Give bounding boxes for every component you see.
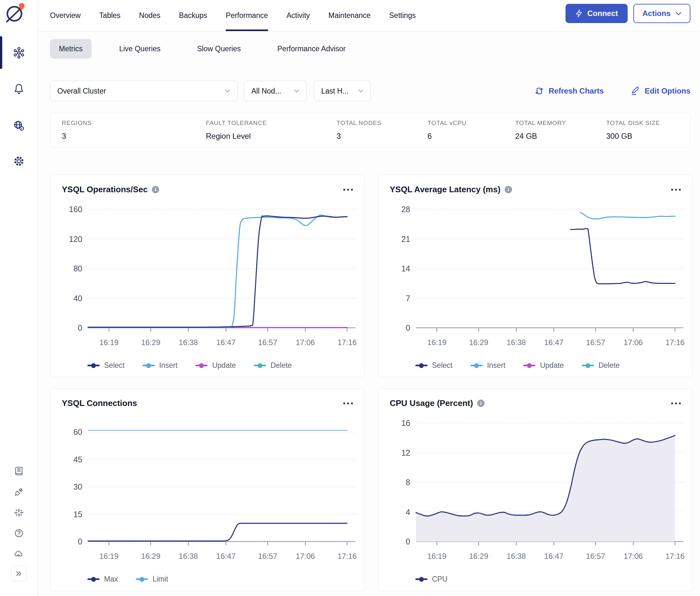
subtab-performance-advisor[interactable]: Performance Advisor bbox=[268, 39, 355, 59]
connect-button[interactable]: Connect bbox=[566, 4, 628, 23]
svg-text:16:29: 16:29 bbox=[141, 552, 160, 561]
legend-item-update[interactable]: Update bbox=[195, 361, 236, 370]
chart-menu-button[interactable] bbox=[341, 187, 355, 193]
notifications-bell-icon[interactable] bbox=[12, 82, 26, 96]
svg-text:28: 28 bbox=[401, 205, 410, 214]
refresh-charts-button[interactable]: Refresh Charts bbox=[535, 86, 604, 96]
svg-text:12: 12 bbox=[401, 448, 410, 457]
chart-title: YSQL Average Latency (ms) bbox=[390, 184, 500, 195]
legend-item-select[interactable]: Select bbox=[87, 361, 125, 370]
chart-menu-button[interactable] bbox=[669, 187, 683, 193]
subtab-live-queries[interactable]: Live Queries bbox=[110, 39, 170, 59]
performance-page: Metrics Live Queries Slow Queries Perfor… bbox=[38, 31, 700, 596]
nodes-select[interactable]: All Nod... bbox=[244, 81, 307, 101]
actions-button[interactable]: Actions bbox=[633, 4, 691, 23]
tab-tables[interactable]: Tables bbox=[99, 0, 121, 31]
legend-item-delete[interactable]: Delete bbox=[254, 361, 292, 370]
settings-gear-icon[interactable] bbox=[12, 154, 26, 168]
stat-total-disk-size: TOTAL DISK SIZE300 GB bbox=[606, 120, 660, 147]
svg-text:16:47: 16:47 bbox=[544, 552, 564, 561]
cloud-status-icon[interactable] bbox=[12, 547, 26, 561]
refresh-icon bbox=[535, 86, 544, 96]
legend-item-delete[interactable]: Delete bbox=[582, 361, 620, 370]
chevron-down-icon bbox=[676, 12, 681, 16]
chart-legend: SelectInsertUpdateDelete bbox=[87, 361, 364, 370]
svg-text:0: 0 bbox=[406, 323, 410, 332]
chart-legend: MaxLimit bbox=[87, 575, 364, 583]
svg-text:16: 16 bbox=[401, 419, 410, 427]
svg-text:16:57: 16:57 bbox=[258, 552, 277, 561]
svg-text:16:38: 16:38 bbox=[179, 552, 198, 561]
subtab-slow-queries[interactable]: Slow Queries bbox=[188, 39, 250, 59]
info-icon[interactable]: i bbox=[477, 400, 485, 407]
svg-text:16:47: 16:47 bbox=[544, 338, 564, 347]
tab-activity[interactable]: Activity bbox=[287, 0, 310, 31]
cluster-stats-bar: REGIONS3 FAULT TOLERANCERegion Level TOT… bbox=[50, 113, 691, 147]
legend-item-max[interactable]: Max bbox=[87, 575, 118, 583]
docs-book-icon[interactable] bbox=[12, 464, 26, 478]
active-nav-indicator bbox=[0, 36, 2, 69]
svg-text:16:57: 16:57 bbox=[586, 552, 605, 561]
tab-backups[interactable]: Backups bbox=[179, 0, 207, 31]
legend-item-cpu[interactable]: CPU bbox=[415, 575, 448, 583]
cluster-select[interactable]: Overall Cluster bbox=[50, 81, 238, 101]
legend-item-select[interactable]: Select bbox=[415, 361, 452, 370]
help-icon[interactable] bbox=[12, 526, 26, 540]
svg-text:16:38: 16:38 bbox=[507, 552, 526, 561]
chart-menu-button[interactable] bbox=[341, 400, 355, 406]
legend-marker bbox=[470, 365, 483, 366]
svg-text:0: 0 bbox=[406, 537, 410, 546]
svg-text:16:19: 16:19 bbox=[99, 338, 119, 347]
tab-maintenance[interactable]: Maintenance bbox=[329, 0, 371, 31]
legend-marker bbox=[136, 578, 148, 580]
info-icon[interactable]: i bbox=[152, 186, 159, 193]
svg-text:16:29: 16:29 bbox=[141, 338, 160, 347]
cluster-tab-bar: Overview Tables Nodes Backups Performanc… bbox=[38, 0, 700, 31]
legend-item-insert[interactable]: Insert bbox=[470, 361, 505, 370]
sidebar bbox=[0, 0, 38, 596]
expand-sidebar-button[interactable] bbox=[11, 566, 27, 581]
chevron-down-icon bbox=[294, 90, 300, 93]
legend-item-limit[interactable]: Limit bbox=[136, 575, 168, 583]
stat-regions: REGIONS3 bbox=[62, 120, 206, 147]
yugabyte-logo[interactable] bbox=[4, 2, 26, 24]
chart-card-ysql-connections: YSQL Connections 01530456016:1916:2916:3… bbox=[50, 388, 365, 591]
svg-text:16:57: 16:57 bbox=[586, 338, 605, 347]
integrations-plug-icon[interactable] bbox=[12, 485, 26, 499]
legend-item-update[interactable]: Update bbox=[523, 361, 564, 370]
lightning-icon bbox=[575, 9, 583, 18]
tab-performance[interactable]: Performance bbox=[226, 0, 268, 31]
tab-nodes[interactable]: Nodes bbox=[139, 0, 160, 31]
svg-text:60: 60 bbox=[73, 427, 82, 437]
legend-marker bbox=[87, 578, 100, 580]
tabs: Overview Tables Nodes Backups Performanc… bbox=[50, 0, 416, 31]
edit-options-button[interactable]: Edit Options bbox=[630, 86, 691, 96]
chart-card-cpu-usage: CPU Usage (Percent) i 048121616:1916:291… bbox=[378, 388, 693, 591]
svg-text:17:06: 17:06 bbox=[295, 552, 315, 561]
legend-marker bbox=[523, 365, 536, 366]
time-range-select[interactable]: Last H... bbox=[314, 81, 371, 101]
svg-text:14: 14 bbox=[401, 264, 410, 273]
metrics-filter-bar: Overall Cluster All Nod... Last H... bbox=[50, 81, 691, 101]
legend-marker bbox=[195, 365, 208, 366]
subtab-metrics[interactable]: Metrics bbox=[50, 39, 92, 59]
svg-text:45: 45 bbox=[73, 455, 82, 464]
slack-icon[interactable] bbox=[12, 506, 26, 520]
chart-menu-button[interactable] bbox=[669, 400, 683, 406]
svg-text:17:06: 17:06 bbox=[295, 338, 315, 347]
tab-settings[interactable]: Settings bbox=[389, 0, 416, 31]
tab-overview[interactable]: Overview bbox=[50, 0, 81, 31]
legend-item-insert[interactable]: Insert bbox=[142, 361, 178, 370]
regions-globe-icon[interactable] bbox=[12, 119, 26, 133]
svg-text:17:16: 17:16 bbox=[666, 338, 684, 347]
svg-text:120: 120 bbox=[69, 234, 82, 244]
chart-canvas: 01530456016:1916:2916:3816:4716:5717:061… bbox=[50, 413, 365, 574]
info-icon[interactable]: i bbox=[505, 186, 512, 193]
legend-marker bbox=[582, 365, 594, 366]
svg-text:8: 8 bbox=[406, 478, 410, 487]
chart-canvas: 0714212816:1916:2916:3816:4716:5717:0617… bbox=[378, 200, 693, 360]
svg-text:17:06: 17:06 bbox=[623, 552, 643, 561]
cluster-icon[interactable] bbox=[12, 46, 26, 60]
chevron-down-icon bbox=[358, 90, 363, 93]
legend-marker bbox=[415, 365, 427, 366]
